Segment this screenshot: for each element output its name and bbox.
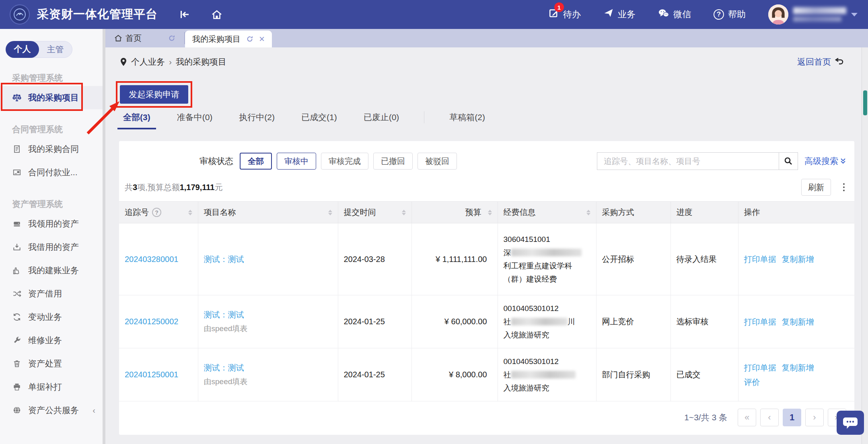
procurement-method: 部门自行采购 [596, 348, 671, 401]
sidebar-item-change-business[interactable]: 变动业务 [0, 305, 103, 329]
user-menu[interactable] [768, 4, 858, 25]
page-1-button[interactable]: 1 [783, 409, 801, 426]
return-arrow-icon [834, 58, 844, 66]
collapse-sidebar-icon[interactable] [179, 10, 190, 19]
create-request-button[interactable]: 发起采购申请 [120, 85, 188, 104]
procurement-method: 公开招标 [596, 223, 671, 295]
business-menu[interactable]: 业务 [603, 8, 636, 21]
filter-review-complete-button[interactable]: 审核完成 [321, 153, 368, 170]
close-icon[interactable]: × [259, 34, 265, 44]
col-header-funding[interactable]: 经费信息 [498, 202, 596, 223]
advanced-search-link[interactable]: 高级搜索 [804, 156, 846, 167]
sidebar-item-my-borrowed-assets[interactable]: 我借用的资产 [0, 235, 103, 259]
sidebar-item-asset-public-services[interactable]: 资产公共服务 ‹ [0, 399, 103, 422]
funding-info: 30604151001 深 利工程重点建设学科 （群）建设经费 [498, 223, 596, 295]
double-chevron-down-icon [840, 158, 846, 165]
project-name-link[interactable]: 测试：测试 [204, 254, 332, 265]
help-circle-icon[interactable]: ? [152, 208, 161, 217]
sidebar: 个人 主管 采购管理系统 我的采购项目 合同管理系统 我的采购合同 合同付款业.… [0, 29, 105, 444]
page-prev-button[interactable]: ‹ [760, 409, 779, 426]
sidebar-item-contract-payment[interactable]: 合同付款业... [0, 161, 103, 184]
help-label: 帮助 [728, 8, 746, 20]
filter-rejected-button[interactable]: 被驳回 [418, 153, 457, 170]
copy-create-link[interactable]: 复制新增 [782, 255, 814, 264]
chat-button[interactable] [837, 411, 864, 435]
sidebar-item-label: 我的采购项目 [28, 92, 79, 103]
copy-create-link[interactable]: 复制新增 [782, 363, 814, 372]
col-header-tracking[interactable]: 追踪号? [119, 202, 198, 223]
role-personal[interactable]: 个人 [6, 41, 39, 58]
progress-status: 待录入结果 [671, 223, 738, 295]
tab-home[interactable]: 首页 [109, 29, 184, 47]
todo-menu[interactable]: 待办 1 [549, 8, 581, 21]
todo-badge: 1 [554, 2, 564, 12]
role-manager[interactable]: 主管 [39, 41, 72, 57]
table-row: 202401250001 测试：测试 由speed填表 2024-01-25 ¥… [119, 348, 854, 401]
filter-reviewing-button[interactable]: 审核中 [277, 153, 316, 170]
back-home-link[interactable]: 返回首页 [797, 56, 844, 68]
project-subtext: 由speed填表 [204, 376, 332, 387]
chevron-left-icon[interactable]: ‹ [93, 406, 95, 415]
sidebar-item-my-received-assets[interactable]: 我领用的资产 [0, 212, 103, 235]
status-tab-executing[interactable]: 执行中(2) [237, 112, 276, 123]
table-header-row: 追踪号? 项目名称 提交时间 预算 经费信息 采购方式 进度 操作 [119, 202, 854, 223]
page-first-button[interactable]: « [738, 409, 756, 426]
copy-create-link[interactable]: 复制新增 [782, 317, 814, 326]
scrollbar-thumb[interactable] [863, 90, 867, 115]
sidebar-item-my-account-creation[interactable]: 我的建账业务 [0, 259, 103, 282]
sidebar-item-repair-business[interactable]: 维修业务 [0, 329, 103, 352]
app-title: 采资财一体化管理平台 [37, 6, 158, 23]
sidebar-item-my-procurement-projects[interactable]: 我的采购项目 [0, 86, 103, 109]
project-name-link[interactable]: 测试：测试 [204, 309, 332, 320]
tracking-link[interactable]: 202401250001 [125, 370, 178, 379]
thumbs-up-icon [12, 266, 22, 275]
sidebar-item-asset-disposal[interactable]: 资产处置 [0, 352, 103, 375]
home-tab-icon [114, 34, 122, 42]
search-input[interactable] [597, 152, 779, 170]
role-toggle[interactable]: 个人 主管 [6, 41, 72, 58]
tracking-link[interactable]: 202401250002 [125, 317, 178, 326]
sidebar-item-label: 变动业务 [28, 311, 62, 323]
page-next-button[interactable]: › [805, 409, 824, 426]
help-menu[interactable]: ? 帮助 [714, 8, 746, 20]
print-receipt-link[interactable]: 打印单据 [744, 317, 776, 326]
tracking-link[interactable]: 202403280001 [125, 255, 178, 264]
user-name-redacted [793, 7, 846, 14]
status-tab-completed[interactable]: 已成交(1) [300, 112, 339, 123]
home-icon[interactable] [212, 10, 222, 20]
breadcrumb-parent[interactable]: 个人业务 [131, 56, 165, 68]
refresh-button[interactable]: 刷新 [801, 179, 831, 196]
refresh-tab-icon [246, 35, 253, 43]
wechat-label: 微信 [673, 8, 691, 20]
filter-withdrawn-button[interactable]: 已撤回 [373, 153, 413, 170]
table-row: 202403280001 测试：测试 2024-03-28 ¥ 1,111,11… [119, 223, 854, 295]
status-tab-all[interactable]: 全部(3) [121, 112, 152, 123]
kebab-menu-icon[interactable] [841, 182, 846, 193]
col-header-date[interactable]: 提交时间 [338, 202, 411, 223]
sidebar-item-label: 我借用的资产 [28, 241, 79, 253]
refresh-icon [12, 313, 22, 321]
status-tab-preparing[interactable]: 准备中(0) [175, 112, 214, 123]
status-tab-drafts[interactable]: 草稿箱(2) [448, 112, 487, 123]
sidebar-item-asset-borrowing[interactable]: 资产借用 [0, 282, 103, 305]
scrollbar[interactable] [862, 47, 868, 444]
project-name-link[interactable]: 测试：测试 [204, 362, 332, 373]
globe-icon [12, 406, 22, 415]
tab-my-procurement-projects[interactable]: 我的采购项目 × [185, 31, 272, 47]
col-header-budget[interactable]: 预算 [411, 202, 498, 223]
print-receipt-link[interactable]: 打印单据 [744, 255, 776, 264]
wechat-menu[interactable]: 微信 [658, 8, 691, 21]
chat-bubble-icon [842, 415, 858, 430]
filter-all-button[interactable]: 全部 [240, 153, 272, 170]
status-tab-abolished[interactable]: 已废止(0) [362, 112, 401, 123]
search-button[interactable] [779, 152, 798, 170]
row-actions: 打印单据复制新增 [738, 223, 854, 295]
sidebar-item-label: 资产处置 [28, 358, 62, 369]
col-header-name[interactable]: 项目名称 [198, 202, 338, 223]
tab-home-label: 首页 [125, 33, 142, 44]
sidebar-item-my-contracts[interactable]: 我的采购合同 [0, 137, 103, 161]
evaluate-link[interactable]: 评价 [744, 378, 760, 387]
sidebar-item-receipt-reprint[interactable]: 单据补打 [0, 375, 103, 399]
wechat-icon [658, 8, 669, 21]
print-receipt-link[interactable]: 打印单据 [744, 363, 776, 372]
